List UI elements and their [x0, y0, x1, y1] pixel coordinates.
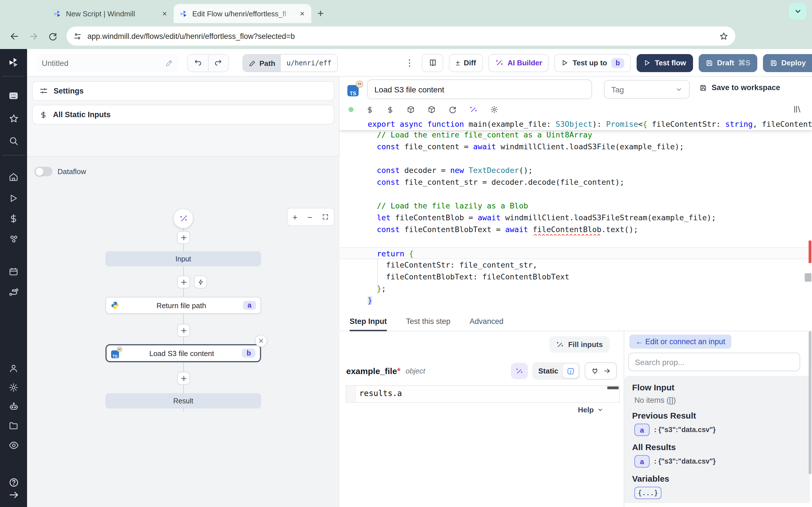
ai-builder-button[interactable]: AI Builder: [488, 54, 549, 72]
add-step-button[interactable]: [177, 372, 190, 385]
site-settings-icon[interactable]: [73, 32, 82, 40]
code-line[interactable]: const file_content_str = decoder.decode(…: [340, 176, 812, 188]
connect-input-button[interactable]: [585, 362, 617, 380]
redo-button[interactable]: [208, 55, 229, 71]
add-step-button[interactable]: [177, 324, 190, 337]
zoom-in-button[interactable]: +: [292, 212, 297, 222]
sidebar-item-help[interactable]: [0, 477, 27, 488]
sidebar-item-runs[interactable]: [0, 193, 27, 203]
sidebar-item-favorites[interactable]: [0, 113, 27, 124]
code-line[interactable]: const file_content = await windmillClien…: [340, 141, 812, 153]
code-line[interactable]: return {: [340, 247, 812, 259]
code-line[interactable]: [340, 153, 812, 165]
more-menu-icon[interactable]: ⋮: [403, 57, 416, 68]
tag-select[interactable]: Tag: [604, 80, 690, 99]
static-mode-toggle[interactable]: Static f: [532, 362, 580, 380]
ai-flow-button[interactable]: [174, 209, 193, 228]
all-results-row[interactable]: a : {"s3":"data.csv"}: [635, 455, 810, 467]
sidebar-item-folders[interactable]: [0, 421, 27, 431]
code-line[interactable]: const decoder = new TextDecoder();: [340, 165, 812, 176]
back-button[interactable]: [4, 31, 24, 41]
code-editor[interactable]: // Load the entire file_content as a Uin…: [340, 118, 812, 312]
previous-result-row[interactable]: a : {"s3":"data.csv"}: [635, 424, 810, 436]
deploy-button[interactable]: Deploy: [763, 54, 812, 72]
deselect-step-button[interactable]: [255, 335, 267, 347]
expression-editor[interactable]: results.a: [346, 385, 620, 403]
gear-icon[interactable]: [490, 105, 499, 114]
path-button[interactable]: Path u/henri/eff: [243, 54, 338, 72]
draft-button[interactable]: Draft ⌘S: [698, 54, 757, 72]
ai-fill-button[interactable]: [511, 363, 527, 379]
flow-node-input[interactable]: Input: [105, 251, 261, 267]
step-name-input[interactable]: Load S3 file content: [367, 79, 592, 99]
browser-tab-new-script[interactable]: New Script | Windmill ×: [47, 4, 174, 23]
windmill-logo[interactable]: [0, 56, 27, 69]
editor-scrollbar-thumb[interactable]: [805, 273, 811, 282]
flow-node-result[interactable]: Result: [105, 393, 261, 408]
code-line[interactable]: }: [340, 295, 812, 306]
test-up-to-button[interactable]: Test up to b: [555, 54, 631, 72]
sidebar-collapse-icon[interactable]: [0, 490, 27, 500]
library-icon[interactable]: [793, 105, 802, 114]
search-prop-input[interactable]: Search prop...: [628, 353, 800, 371]
undo-button[interactable]: [188, 55, 208, 71]
sidebar-item-settings[interactable]: [0, 383, 27, 393]
flow-node-step-a[interactable]: Return file path a: [105, 297, 261, 314]
panel-scrollbar[interactable]: [809, 331, 811, 474]
code-line[interactable]: [340, 188, 812, 200]
address-bar[interactable]: app.windmill.dev/flows/edit/u/henri/effo…: [66, 26, 735, 46]
sidebar-item-schedules[interactable]: [0, 267, 27, 277]
code-line[interactable]: let fileContentBlob = await windmillClie…: [340, 212, 812, 224]
dollar-icon[interactable]: [386, 106, 394, 114]
add-step-button[interactable]: [177, 231, 190, 244]
code-line[interactable]: [340, 235, 812, 247]
zoom-out-button[interactable]: −: [307, 212, 312, 222]
package-icon[interactable]: [407, 105, 415, 114]
add-trigger-button[interactable]: [194, 276, 207, 288]
expression-value[interactable]: results.a: [359, 389, 402, 398]
save-to-workspace-button[interactable]: Save to workspace: [699, 83, 780, 92]
magic-wand-icon[interactable]: [469, 105, 477, 114]
code-line[interactable]: fileContentBlobText: fileContentBlobText: [340, 271, 812, 283]
sidebar-item-audit[interactable]: [0, 440, 27, 451]
flow-settings-button[interactable]: Settings: [32, 81, 335, 101]
reload-button[interactable]: [43, 31, 62, 41]
code-line[interactable]: // Load the file lazily as a Blob: [340, 200, 812, 212]
sidebar-item-routes[interactable]: [0, 287, 27, 297]
code-line[interactable]: const fileContentBlobText = await fileCo…: [340, 224, 812, 235]
sidebar-item-variables[interactable]: [0, 214, 27, 224]
flow-node-step-b-selected[interactable]: TS Load S3 file content b: [105, 344, 261, 362]
tab-test-this-step[interactable]: Test this step: [406, 312, 451, 331]
sidebar-item-resources[interactable]: [0, 234, 27, 244]
all-static-inputs-button[interactable]: All Static Inputs: [32, 105, 335, 124]
sidebar-item-workers[interactable]: [0, 402, 27, 412]
fill-inputs-button[interactable]: Fill inputs: [549, 336, 610, 353]
variables-row[interactable]: {...}: [635, 487, 810, 499]
diff-button[interactable]: ± Diff: [449, 54, 483, 72]
sidebar-item-workspace[interactable]: [0, 91, 27, 101]
edit-or-connect-button[interactable]: ← Edit or connect an input: [629, 335, 731, 349]
tab-advanced[interactable]: Advanced: [470, 312, 504, 331]
sidebar-item-home[interactable]: [0, 172, 27, 182]
result-key-badge[interactable]: a: [635, 455, 650, 467]
dollar-icon[interactable]: [366, 106, 374, 114]
add-step-button[interactable]: [177, 276, 190, 288]
tab-search-button[interactable]: [789, 3, 806, 20]
code-line[interactable]: fileContentStr: file_content_str,: [340, 259, 812, 271]
variables-badge[interactable]: {...}: [635, 487, 661, 499]
tab-step-input[interactable]: Step Input: [350, 312, 387, 331]
tab-close-icon[interactable]: ×: [299, 9, 306, 18]
docs-button[interactable]: [422, 54, 444, 72]
refresh-icon[interactable]: [448, 105, 457, 114]
flow-title-input[interactable]: Untitled: [36, 54, 179, 72]
forward-button[interactable]: [24, 31, 43, 41]
test-flow-button[interactable]: Test flow: [637, 54, 693, 72]
fullscreen-icon[interactable]: [322, 214, 329, 220]
browser-tab-edit-flow[interactable]: Edit Flow u/henri/effortless_fl ×: [174, 4, 311, 23]
sidebar-item-users[interactable]: [0, 363, 27, 374]
code-line[interactable]: // Load the entire file_content as a Uin…: [340, 129, 812, 141]
tab-close-icon[interactable]: ×: [161, 9, 168, 18]
new-tab-button[interactable]: +: [317, 6, 324, 21]
code-line[interactable]: };: [340, 283, 812, 295]
sidebar-item-search[interactable]: [0, 136, 27, 146]
